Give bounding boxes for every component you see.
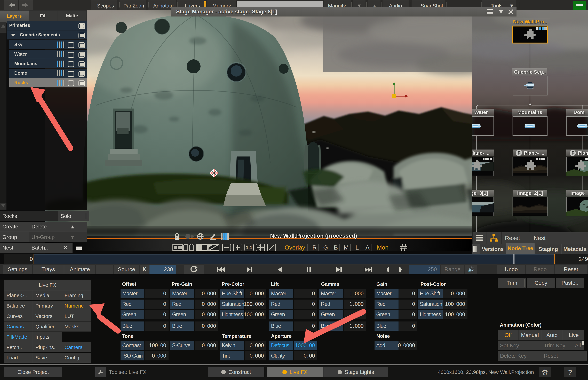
svg-text:Overlay: Overlay — [285, 244, 305, 251]
svg-text:B: B — [334, 244, 338, 251]
svg-text:Mon: Mon — [377, 244, 388, 251]
svg-text:1:1: 1:1 — [246, 245, 252, 250]
svg-text:L: L — [355, 244, 359, 251]
svg-text:1: 1 — [176, 236, 178, 240]
svg-text:G: G — [323, 244, 328, 251]
svg-text:R: R — [312, 244, 317, 251]
svg-text:M: M — [344, 244, 349, 251]
svg-text:A: A — [365, 244, 370, 251]
